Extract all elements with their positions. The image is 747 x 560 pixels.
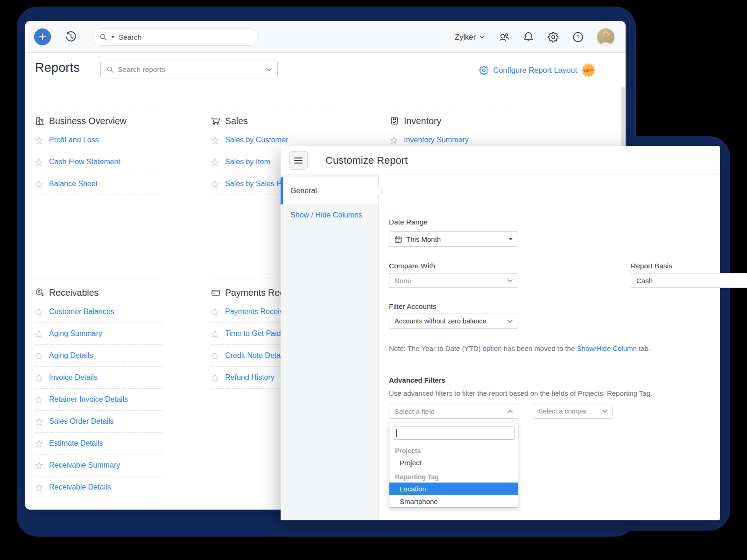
chevron-down-icon (602, 410, 607, 413)
avatar[interactable] (597, 28, 614, 46)
favorite-star-icon[interactable] (35, 330, 43, 338)
report-basis-select[interactable]: Cash (631, 273, 747, 288)
favorite-star-icon[interactable] (35, 352, 43, 360)
report-link[interactable]: Credit Note Details (225, 351, 288, 360)
modal-sidebar: General Show / Hide Columns (281, 175, 379, 520)
gear-icon (479, 65, 489, 75)
report-link[interactable]: Inventory Summary (404, 136, 469, 144)
favorite-star-icon[interactable] (390, 136, 398, 144)
report-link[interactable]: Receivable Details (49, 483, 111, 491)
dropdown-option[interactable]: Location (389, 483, 518, 495)
global-search-input[interactable] (119, 33, 252, 42)
report-link[interactable]: Aging Summary (49, 329, 102, 338)
cart-icon (211, 116, 220, 126)
dropdown-option: Projects (389, 443, 518, 456)
report-link[interactable]: Sales by Customer (225, 136, 288, 144)
section-title: Receivables (49, 287, 99, 298)
favorite-star-icon[interactable] (35, 483, 43, 491)
favorite-star-icon[interactable] (211, 374, 219, 382)
favorite-star-icon[interactable] (35, 158, 43, 166)
report-link[interactable]: Sales Order Details (49, 417, 114, 426)
ytd-note: Note: The Year to Date (YTD) option has … (389, 344, 650, 352)
report-link[interactable]: Cash Flow Statement (49, 158, 120, 166)
settings-button[interactable] (548, 31, 559, 42)
svg-text:?: ? (576, 34, 579, 41)
report-link[interactable]: Time to Get Paid (225, 329, 281, 338)
dropdown-option[interactable]: Smartphone (389, 495, 518, 508)
favorite-star-icon[interactable] (35, 374, 43, 382)
favorite-star-icon[interactable] (35, 440, 43, 448)
favorite-star-icon[interactable] (35, 462, 43, 469)
search-scope-caret-icon[interactable] (111, 36, 115, 38)
field-select[interactable]: Select a field (389, 404, 518, 419)
filter-accounts-value: Accounts without zero balance (395, 317, 486, 325)
favorite-star-icon[interactable] (35, 180, 43, 188)
report-link[interactable]: Aging Details (49, 351, 93, 360)
report-basis-value: Cash (636, 277, 653, 285)
favorite-star-icon[interactable] (211, 158, 219, 166)
date-range-value: This Month (406, 235, 441, 243)
chevron-down-icon (507, 320, 513, 323)
favorite-star-icon[interactable] (35, 396, 43, 404)
hamburger-icon (294, 157, 303, 164)
report-search-input[interactable] (118, 65, 263, 74)
report-link[interactable]: Balance Sheet (49, 180, 98, 188)
users-button[interactable] (498, 31, 509, 42)
quick-create-button[interactable] (34, 28, 51, 45)
users-icon (498, 31, 509, 43)
org-switcher[interactable]: Zylker (455, 33, 485, 42)
dropdown-search-input[interactable] (396, 429, 511, 437)
menu-button[interactable] (289, 151, 308, 170)
advanced-filters-description: Use advanced filters to filter the repor… (389, 389, 652, 397)
dropdown-option[interactable]: Project (389, 456, 518, 469)
topbar-right-cluster: Zylker (455, 21, 614, 53)
notifications-button[interactable] (523, 31, 534, 42)
favorite-star-icon[interactable] (211, 180, 219, 188)
report-link[interactable]: Estimate Details (49, 439, 103, 448)
date-range-label: Date Range (389, 218, 428, 226)
tab-show-hide-columns[interactable]: Show / Hide Columns (281, 204, 378, 226)
page-title: Reports (35, 61, 80, 75)
show-hide-column-link[interactable]: Show/Hide Column (577, 344, 636, 352)
report-search-combobox[interactable] (100, 61, 278, 78)
report-list-item: Customer Balances (35, 301, 162, 323)
divider (389, 362, 705, 362)
report-link[interactable]: Refund History (225, 373, 275, 382)
tab-general[interactable]: General (281, 177, 378, 204)
chevron-up-icon (507, 410, 513, 413)
new-badge: NEW (581, 63, 596, 77)
favorite-star-icon[interactable] (211, 136, 219, 144)
configure-report-layout-link[interactable]: Configure Report Layout NEW (479, 53, 596, 87)
report-list-item: Aging Summary (35, 323, 162, 345)
filter-accounts-select[interactable]: Accounts without zero balance (389, 314, 518, 329)
configure-label: Configure Report Layout (493, 66, 577, 75)
report-link[interactable]: Invoice Details (49, 373, 98, 382)
favorite-star-icon[interactable] (35, 136, 43, 144)
favorite-star-icon[interactable] (35, 308, 43, 316)
recent-history-button[interactable] (64, 30, 78, 43)
report-link[interactable]: Profit and Loss (49, 136, 99, 144)
compare-with-label: Compare With (389, 262, 435, 270)
report-list-item: Invoice Details (35, 367, 162, 389)
favorite-star-icon[interactable] (211, 330, 219, 338)
modal-content: Date Range This Month Compare With None … (379, 175, 720, 520)
report-link[interactable]: Retainer Invoice Details (49, 395, 128, 404)
global-search[interactable] (92, 28, 259, 46)
dropdown-search-box[interactable] (393, 427, 514, 440)
screenshot-canvas: Zylker (0, 0, 747, 560)
favorite-star-icon[interactable] (211, 308, 219, 316)
report-link[interactable]: Customer Balances (49, 308, 114, 316)
report-link[interactable]: Sales by Item (225, 158, 270, 166)
report-link[interactable]: Receivable Summary (49, 461, 120, 469)
section-title: Sales (225, 116, 248, 126)
report-list-item: Sales Order Details (35, 411, 162, 433)
date-range-select[interactable]: This Month (389, 231, 518, 247)
compare-with-value: None (395, 277, 411, 285)
help-button[interactable]: ? (572, 31, 584, 42)
comparator-select[interactable]: Select a compar... (533, 404, 613, 419)
favorite-star-icon[interactable] (35, 418, 43, 426)
compare-with-select[interactable]: None (389, 273, 518, 288)
calendar-icon (395, 236, 402, 243)
favorite-star-icon[interactable] (211, 352, 219, 360)
history-icon (64, 30, 78, 43)
